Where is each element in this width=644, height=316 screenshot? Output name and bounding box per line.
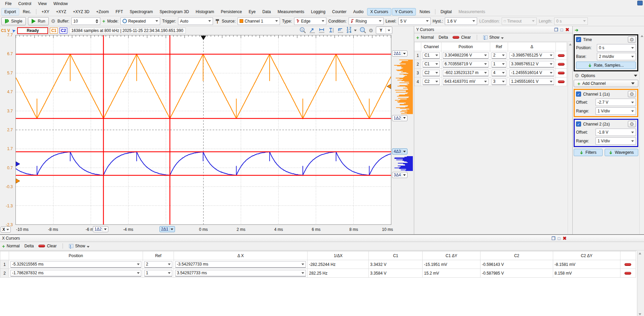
remove-cursor-button[interactable] bbox=[558, 72, 565, 74]
waveform-plot[interactable] bbox=[15, 35, 391, 225]
tab-eye[interactable]: Eye bbox=[246, 8, 259, 15]
y-delta-button[interactable]: Delta bbox=[438, 35, 448, 40]
single-button[interactable]: 1 Single bbox=[1, 17, 26, 25]
y-channel-select[interactable]: C1 bbox=[423, 61, 440, 68]
tab--xy[interactable]: +XY bbox=[38, 8, 52, 15]
level-select[interactable]: 5 V bbox=[398, 17, 431, 25]
y-delta-button-1Δ2[interactable]: 1Δ2 bbox=[392, 115, 407, 121]
time-base-select[interactable]: 2 ms/div bbox=[597, 53, 636, 60]
settings-scrollbar[interactable] bbox=[639, 34, 644, 234]
plot-settings-gear-icon[interactable]: ⚙ bbox=[369, 28, 373, 33]
tab-histogram[interactable]: Histogram bbox=[193, 8, 217, 15]
y-delta-button-4Δ3[interactable]: 4Δ3 bbox=[392, 148, 407, 154]
y-position-select[interactable]: -602.135231317 m bbox=[443, 70, 488, 76]
y-ref-select[interactable]: 3 bbox=[492, 78, 506, 85]
tab--xyz[interactable]: +XYZ bbox=[53, 8, 69, 15]
y-position-select[interactable]: 643.4163701 mV bbox=[443, 78, 488, 85]
tab-audio[interactable]: Audio bbox=[350, 8, 367, 15]
add-acquisition-icon[interactable]: + bbox=[102, 19, 105, 23]
source-select[interactable]: Channel 1 bbox=[238, 17, 280, 25]
tab-notes[interactable]: Notes bbox=[417, 8, 433, 15]
measure-height-icon[interactable] bbox=[328, 27, 334, 33]
tab-export[interactable]: Export bbox=[1, 8, 19, 15]
tab-fft[interactable]: FFT bbox=[112, 8, 126, 15]
tab--zoom[interactable]: +Zoom bbox=[93, 8, 112, 15]
y-delta-select[interactable]: 3.398576512 V bbox=[509, 61, 554, 68]
tab-measurements[interactable]: Measurements bbox=[275, 8, 307, 15]
tab--xyz-3d[interactable]: +XYZ 3D bbox=[70, 8, 93, 15]
y-normal-button[interactable]: +Normal bbox=[416, 35, 434, 40]
trigger-select[interactable]: Auto bbox=[178, 17, 213, 25]
tab-data[interactable]: Data bbox=[259, 8, 274, 15]
restore-window-icon[interactable]: ❐ bbox=[554, 27, 558, 32]
tab-persistence[interactable]: Persistence bbox=[218, 8, 245, 15]
filters-button[interactable]: ➔ Filters bbox=[574, 149, 603, 156]
x-dx-select[interactable]: -3.542927733 ms bbox=[175, 261, 306, 268]
channel2-range-select[interactable]: 1 V/div bbox=[596, 137, 636, 145]
x-delta-button-2Δ1[interactable]: 2Δ1 bbox=[159, 226, 175, 232]
x-clear-button[interactable]: Clear bbox=[38, 244, 57, 248]
channel1-badge[interactable]: C1 bbox=[50, 28, 58, 34]
channel2-offset-select[interactable]: -1.8 V bbox=[596, 129, 636, 136]
measure-corner-icon[interactable] bbox=[337, 27, 344, 33]
buffer-spin-arrows[interactable] bbox=[96, 19, 98, 23]
buffer-spinner[interactable]: 10 bbox=[71, 17, 100, 25]
tab-spectrogram[interactable]: Spectrogram bbox=[127, 8, 156, 15]
remove-cursor-button[interactable] bbox=[558, 63, 565, 66]
y-delta-select[interactable]: 1.245551601 V bbox=[509, 78, 554, 85]
x-ref-select[interactable]: 1 bbox=[144, 270, 172, 277]
close-window-icon[interactable]: ✖ bbox=[565, 27, 569, 32]
x-delta-button[interactable]: Delta bbox=[24, 244, 34, 248]
green-arrow-icon[interactable]: ➔ bbox=[575, 28, 578, 33]
maximize-window-icon[interactable]: □ bbox=[558, 236, 560, 241]
zoom-fit-icon[interactable] bbox=[359, 27, 366, 34]
run-button[interactable]: Run bbox=[28, 17, 49, 25]
y-position-select[interactable]: 3.304982206 V bbox=[443, 52, 488, 59]
maximize-window-icon[interactable]: □ bbox=[560, 27, 563, 32]
tab-rec-[interactable]: Rec. bbox=[20, 8, 34, 15]
type-select[interactable]: Edge bbox=[294, 17, 326, 25]
x-position-select[interactable]: -1.786287832 ms bbox=[10, 270, 141, 277]
y-position-select[interactable]: 6.703558719 V bbox=[443, 61, 488, 68]
remove-cursor-button[interactable] bbox=[624, 263, 631, 266]
add-channel-button[interactable]: + Add Channel bbox=[574, 80, 638, 87]
y-delta-select[interactable]: -3.3985765125 V bbox=[509, 52, 554, 59]
y-channel-select[interactable]: C2 bbox=[423, 78, 440, 85]
y-axis-menu-button[interactable]: Y bbox=[376, 27, 392, 34]
x-normal-button[interactable]: +Normal bbox=[2, 244, 20, 248]
menu-window[interactable]: Window bbox=[50, 1, 71, 7]
x-delta-button-1Δ2[interactable]: 1Δ2 bbox=[93, 226, 108, 232]
x-position-select[interactable]: -5.329215565 ms bbox=[10, 261, 141, 268]
tab-x-cursors[interactable]: X Cursors bbox=[367, 8, 391, 15]
x-cursors-scrollbar[interactable] bbox=[637, 251, 642, 316]
measure-pointer-icon[interactable] bbox=[309, 27, 316, 33]
hysteresis-select[interactable]: 1.6 V bbox=[445, 17, 477, 25]
zoom-region-icon[interactable]: 1 bbox=[299, 27, 306, 34]
y-delta-select[interactable]: -1.2455516014 V bbox=[509, 70, 554, 76]
app-window-icon[interactable] bbox=[637, 1, 643, 5]
options-row[interactable]: ⚙ Options bbox=[574, 73, 638, 78]
y-channel-select[interactable]: C2 bbox=[423, 70, 440, 76]
remove-cursor-button[interactable] bbox=[558, 80, 565, 83]
y-clear-button[interactable]: Clear bbox=[453, 35, 471, 40]
time-checkbox[interactable]: ✓ bbox=[576, 37, 581, 42]
channel1-range-select[interactable]: 1 V/div bbox=[596, 107, 636, 115]
y-delta-button-2Δ1[interactable]: 2Δ1 bbox=[392, 50, 407, 57]
time-gear-button[interactable]: ⚙ bbox=[628, 36, 636, 43]
y-cursors-scrollbar[interactable] bbox=[568, 42, 572, 234]
channel2-gear-button[interactable]: ⚙ bbox=[628, 121, 636, 127]
menu-file[interactable]: File bbox=[2, 1, 14, 7]
y-delta-button-3Δ4[interactable]: 3Δ4 bbox=[392, 172, 407, 178]
tab-spectrogram-3d[interactable]: Spectrogram 3D bbox=[156, 8, 192, 15]
length-select[interactable]: 0 s bbox=[554, 17, 588, 25]
x-ref-select[interactable]: 2 bbox=[144, 261, 172, 268]
y-ref-select[interactable]: 2 bbox=[492, 52, 506, 59]
mode-select[interactable]: Repeated bbox=[120, 17, 160, 25]
tab-digital[interactable]: Digital bbox=[437, 8, 455, 15]
y-channel-select[interactable]: C1 bbox=[423, 52, 440, 59]
channel1-checkbox[interactable]: ✓ bbox=[576, 92, 581, 97]
wavegens-button[interactable]: ➔ Wavegens bbox=[605, 149, 638, 156]
rate-samples-button[interactable]: ➔ Rate, Samples... bbox=[576, 62, 636, 69]
y-ref-select[interactable]: 1 bbox=[492, 61, 506, 68]
restore-window-icon[interactable]: ❐ bbox=[551, 236, 556, 241]
